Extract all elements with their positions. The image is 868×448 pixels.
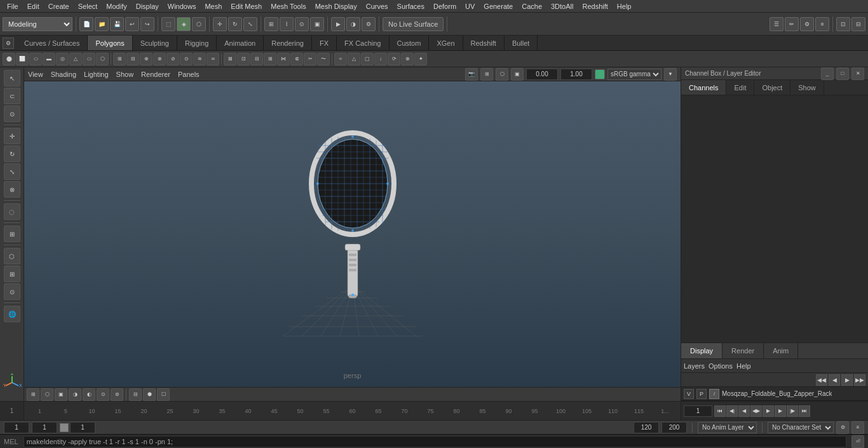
- select-tool-button[interactable]: ↖: [4, 70, 20, 86]
- tab-bullet[interactable]: Bullet: [505, 36, 538, 50]
- menu-mesh[interactable]: Mesh: [200, 0, 226, 12]
- layer-prev-button[interactable]: ◀◀: [816, 374, 827, 386]
- show-manipulator-button[interactable]: ⊞: [4, 226, 20, 242]
- outliner-toggle[interactable]: ≡: [815, 17, 829, 31]
- menu-mesh-display[interactable]: Mesh Display: [311, 0, 362, 12]
- plane-tool[interactable]: ▬: [43, 53, 55, 65]
- attribute-editor-toggle[interactable]: ✏: [785, 17, 799, 31]
- viewport-canvas[interactable]: persp: [24, 81, 681, 387]
- prev-frame-button[interactable]: ◀: [738, 405, 750, 417]
- snap-surface-button[interactable]: ▣: [310, 17, 324, 31]
- menu-cache[interactable]: Cache: [517, 0, 546, 12]
- target-weld-tool[interactable]: ⋈: [277, 53, 290, 65]
- tab-channels[interactable]: Channels: [681, 80, 726, 95]
- layer-item[interactable]: V P / Mosqzap_Foldable_Bug_Zapper_Rack: [681, 387, 868, 401]
- frame-all-button[interactable]: ⊡: [836, 17, 850, 31]
- tab-rigging[interactable]: Rigging: [177, 36, 217, 50]
- anim-layer-dropdown[interactable]: No Anim Layer: [698, 422, 757, 433]
- layer-visibility-button[interactable]: V: [684, 389, 694, 399]
- quadrangulate-tool[interactable]: ▢: [361, 53, 374, 65]
- layer-color-swatch[interactable]: /: [709, 389, 719, 399]
- torus-tool[interactable]: ◎: [56, 53, 69, 65]
- tab-curves-surfaces[interactable]: Curves / Surfaces: [17, 36, 88, 50]
- tab-sculpting[interactable]: Sculpting: [133, 36, 177, 50]
- vp-bottom-btn5[interactable]: ◐: [83, 388, 95, 401]
- tab-animation[interactable]: Animation: [217, 36, 264, 50]
- open-file-button[interactable]: 📁: [95, 17, 109, 31]
- layer-back-button[interactable]: ◀: [829, 374, 840, 386]
- offset-edge-loop-tool[interactable]: ⊡: [237, 53, 250, 65]
- menu-deform[interactable]: Deform: [429, 0, 461, 12]
- go-end-button[interactable]: ⏭: [799, 405, 810, 417]
- tab-rendering[interactable]: Rendering: [264, 36, 312, 50]
- channel-box-toggle[interactable]: ☰: [770, 17, 783, 31]
- menu-file[interactable]: File: [3, 0, 23, 12]
- undo-button[interactable]: ↩: [125, 17, 139, 31]
- menu-modify[interactable]: Modify: [102, 0, 131, 12]
- go-start-button[interactable]: ⏮: [714, 405, 726, 417]
- cube-tool[interactable]: ⬜: [16, 53, 29, 65]
- cmd-exec-button[interactable]: ⏎: [851, 435, 864, 448]
- tab-object[interactable]: Object: [754, 80, 790, 95]
- select-by-component-button[interactable]: ⬡: [192, 17, 206, 31]
- exposure-input[interactable]: [560, 69, 592, 80]
- tab-fx-caching[interactable]: FX Caching: [337, 36, 389, 50]
- vp-xray-button[interactable]: ☐: [157, 388, 170, 401]
- channel-box-maximize[interactable]: □: [836, 67, 849, 80]
- rotate-button[interactable]: ↻: [4, 146, 20, 162]
- menu-redshift[interactable]: Redshift: [578, 0, 612, 12]
- frame-val-input[interactable]: [70, 422, 95, 433]
- next-key-button[interactable]: |▶: [787, 405, 798, 417]
- sphere-tool[interactable]: ⬤: [3, 53, 15, 65]
- tab-redshift[interactable]: Redshift: [463, 36, 505, 50]
- redo-button[interactable]: ↪: [140, 17, 154, 31]
- channel-box-minimize[interactable]: _: [821, 67, 834, 80]
- cleanup-tool[interactable]: ✦: [414, 53, 427, 65]
- command-input[interactable]: [24, 436, 846, 447]
- retopology-tool[interactable]: ⊕: [401, 53, 414, 65]
- viewport-menu-view[interactable]: View: [28, 71, 43, 78]
- scale-button[interactable]: ⤡: [4, 163, 20, 180]
- live-surface-button[interactable]: No Live Surface: [383, 17, 444, 31]
- bridge-tool[interactable]: ⊟: [126, 53, 139, 65]
- vp-isolate-button[interactable]: ⊚: [111, 388, 123, 401]
- snap-curve-button[interactable]: ⌇: [280, 17, 294, 31]
- select-by-hierarchy-button[interactable]: ⬚: [161, 17, 175, 31]
- next-frame-button[interactable]: ▶: [775, 405, 786, 417]
- insert-edge-loop-tool[interactable]: ⊠: [224, 53, 236, 65]
- vp-bottom-btn3[interactable]: ▣: [55, 388, 67, 401]
- prev-key-button[interactable]: ◀|: [726, 405, 738, 417]
- ipr-render-button[interactable]: ◑: [346, 17, 360, 31]
- menu-select[interactable]: Select: [74, 0, 102, 12]
- viewport-menu-shading[interactable]: Shading: [51, 71, 76, 78]
- tab-edit[interactable]: Edit: [726, 80, 754, 95]
- bevel-tool[interactable]: ⋐: [290, 53, 303, 65]
- menu-generate[interactable]: Generate: [479, 0, 517, 12]
- smooth-tool[interactable]: ≈: [334, 53, 347, 65]
- char-set-dropdown[interactable]: No Character Set: [768, 422, 834, 433]
- scale-tool-button[interactable]: ⤡: [243, 17, 257, 31]
- combine-tool[interactable]: ≋: [193, 53, 206, 65]
- menu-display[interactable]: Display: [132, 0, 163, 12]
- workspace-dropdown[interactable]: Modeling: [3, 17, 72, 31]
- universal-manip-button[interactable]: ⊗: [4, 181, 20, 198]
- disk-tool[interactable]: ⬭: [83, 53, 95, 65]
- lasso-select-button[interactable]: ⊂: [4, 88, 20, 104]
- layer-next-button[interactable]: ▶▶: [854, 374, 865, 386]
- range-start-input[interactable]: [634, 422, 659, 433]
- separate-tool[interactable]: ≍: [207, 53, 219, 65]
- tool-settings-toggle[interactable]: ⚙: [800, 17, 814, 31]
- cone-tool[interactable]: △: [69, 53, 82, 65]
- connect-tool[interactable]: ⊟: [250, 53, 263, 65]
- anim-prefs[interactable]: ≡: [851, 421, 864, 434]
- menu-curves[interactable]: Curves: [362, 0, 393, 12]
- fill-hole-tool[interactable]: ⊗: [153, 53, 166, 65]
- gamma-select[interactable]: sRGB gamma: [607, 69, 661, 80]
- menu-3dtall[interactable]: 3DtoAll: [546, 0, 578, 12]
- tab-anim[interactable]: Anim: [764, 343, 798, 358]
- tab-show[interactable]: Show: [790, 80, 824, 95]
- snap-point-button[interactable]: ⊙: [295, 17, 309, 31]
- play-back-button[interactable]: ◀▶: [750, 405, 762, 417]
- save-file-button[interactable]: 💾: [110, 17, 124, 31]
- options-menu[interactable]: Options: [709, 362, 733, 370]
